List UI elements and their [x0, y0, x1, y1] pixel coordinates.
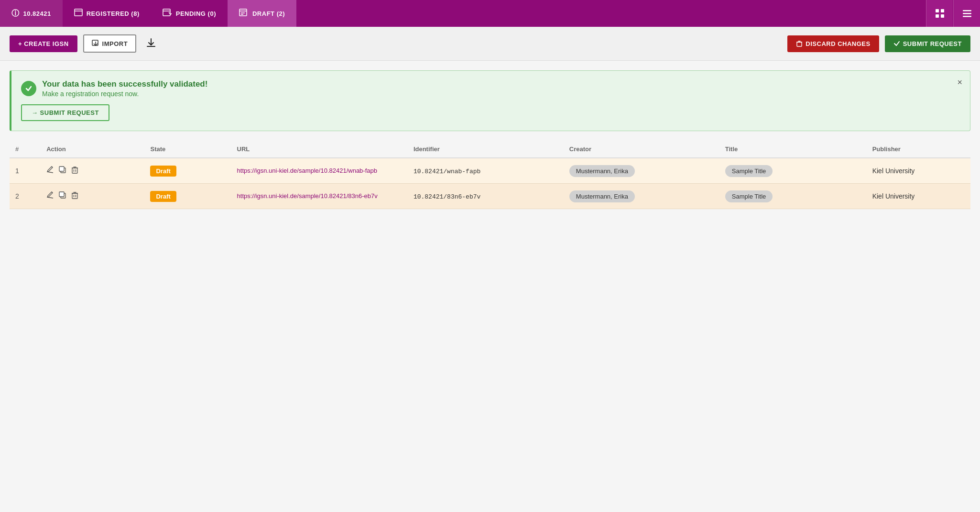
state-badge: Draft — [150, 191, 176, 202]
title-badge: Sample Title — [725, 190, 773, 202]
creator-badge: Mustermann, Erika — [569, 190, 635, 202]
identifier-value: 10.82421/83n6-eb7v — [414, 193, 480, 200]
nav-info[interactable]: ⓘ 10.82421 — [0, 0, 63, 27]
svg-rect-4 — [240, 9, 247, 16]
create-igsn-button[interactable]: + CREATE IGSN — [10, 35, 77, 52]
alert-subtitle: Make a registration request now. — [42, 90, 207, 98]
svg-rect-8 — [936, 9, 939, 12]
svg-rect-9 — [941, 9, 944, 12]
svg-rect-18 — [797, 42, 802, 46]
grid-view-button[interactable] — [926, 0, 953, 27]
url-link[interactable]: https://igsn.uni-kiel.de/sample/10.82421… — [237, 192, 378, 200]
download-button[interactable] — [142, 35, 160, 52]
state-badge: Draft — [150, 166, 176, 177]
clone-icon[interactable] — [59, 166, 66, 176]
nav-draft-label: DRAFT (2) — [252, 10, 285, 17]
import-label: IMPORT — [102, 40, 128, 47]
delete-icon[interactable] — [71, 191, 78, 201]
svg-rect-14 — [963, 16, 971, 17]
action-icons — [46, 166, 139, 176]
delete-icon[interactable] — [71, 166, 78, 176]
table-header: # Action State URL Identifier Creator Ti… — [10, 141, 970, 158]
publisher-value: Kiel University — [867, 158, 970, 184]
alert-text: Your data has been successfully validate… — [42, 79, 207, 98]
import-icon — [92, 40, 99, 47]
alert-check-icon — [21, 81, 36, 96]
col-creator: Creator — [564, 141, 719, 158]
submit-label: SUBMIT REQUEST — [903, 40, 962, 47]
registered-icon — [74, 9, 83, 18]
draft-icon — [239, 9, 249, 18]
nav-pending[interactable]: PENDING (0) — [151, 0, 228, 27]
publisher-value: Kiel University — [867, 184, 970, 209]
creator-badge: Mustermann, Erika — [569, 165, 635, 177]
table-row: 1 — [10, 158, 970, 184]
checkmark-icon — [893, 40, 900, 47]
top-navigation: ⓘ 10.82421 REGISTERED (8) PENDING (0) — [0, 0, 980, 27]
pending-icon — [163, 9, 172, 18]
svg-rect-11 — [941, 14, 944, 18]
discard-label: DISCARD CHANGES — [806, 40, 870, 47]
igsn-table: # Action State URL Identifier Creator Ti… — [10, 141, 970, 209]
svg-rect-13 — [963, 13, 971, 14]
col-state: State — [144, 141, 231, 158]
svg-line-31 — [47, 197, 53, 198]
list-view-button[interactable] — [953, 0, 980, 27]
col-identifier: Identifier — [408, 141, 564, 158]
row-num: 2 — [10, 184, 41, 209]
alert-submit-label: → SUBMIT REQUEST — [32, 109, 99, 116]
nav-info-label: 10.82421 — [23, 10, 51, 17]
col-publisher: Publisher — [867, 141, 970, 158]
igsn-table-container: # Action State URL Identifier Creator Ti… — [0, 141, 980, 209]
svg-rect-0 — [75, 9, 82, 16]
col-num: # — [10, 141, 41, 158]
svg-rect-12 — [963, 10, 971, 11]
trash-icon — [796, 40, 803, 47]
edit-icon[interactable] — [46, 166, 54, 176]
svg-line-22 — [47, 172, 53, 173]
action-icons — [46, 191, 139, 201]
nav-view-controls — [926, 0, 980, 27]
alert-title: Your data has been successfully validate… — [42, 79, 207, 89]
table-row: 2 — [10, 184, 970, 209]
svg-rect-33 — [59, 192, 64, 197]
col-title: Title — [719, 141, 867, 158]
discard-changes-button[interactable]: DISCARD CHANGES — [787, 35, 879, 52]
svg-rect-25 — [72, 168, 77, 173]
validation-alert: Your data has been successfully validate… — [10, 70, 970, 131]
nav-registered[interactable]: REGISTERED (8) — [63, 0, 151, 27]
svg-rect-24 — [59, 167, 64, 171]
alert-submit-request-button[interactable]: → SUBMIT REQUEST — [21, 104, 109, 121]
col-url: URL — [231, 141, 408, 158]
svg-line-21 — [52, 167, 53, 167]
nav-registered-label: REGISTERED (8) — [87, 10, 140, 17]
alert-header: Your data has been successfully validate… — [21, 79, 960, 98]
info-icon: ⓘ — [11, 9, 20, 19]
edit-icon[interactable] — [46, 191, 54, 201]
nav-pending-label: PENDING (0) — [176, 10, 216, 17]
svg-rect-34 — [72, 193, 77, 199]
title-badge: Sample Title — [725, 165, 773, 177]
clone-icon[interactable] — [59, 191, 66, 201]
alert-close-button[interactable]: × — [957, 78, 962, 88]
table-body: 1 — [10, 158, 970, 209]
svg-rect-10 — [936, 14, 939, 18]
download-icon — [146, 37, 156, 48]
nav-draft[interactable]: DRAFT (2) — [228, 0, 296, 27]
import-button[interactable]: IMPORT — [83, 34, 137, 53]
svg-line-30 — [52, 192, 53, 193]
row-num: 1 — [10, 158, 41, 184]
col-action: Action — [41, 141, 144, 158]
url-link[interactable]: https://igsn.uni-kiel.de/sample/10.82421… — [237, 167, 377, 174]
identifier-value: 10.82421/wnab-fapb — [414, 168, 480, 175]
submit-request-button[interactable]: SUBMIT REQUEST — [885, 35, 970, 52]
toolbar: + CREATE IGSN IMPORT DISCARD CHANGES SUB… — [0, 27, 980, 61]
